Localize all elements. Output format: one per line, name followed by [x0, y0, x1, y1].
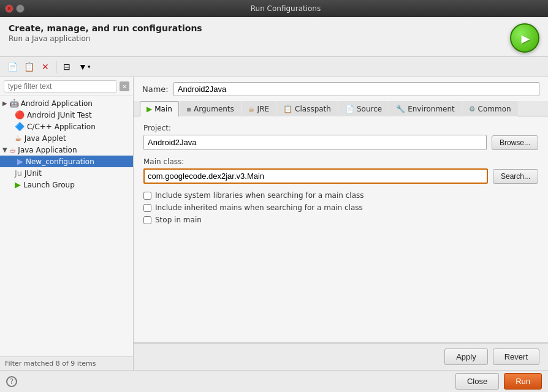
- help-bar: ? Close Run: [0, 370, 548, 392]
- bottom-bar: Apply Revert: [134, 343, 548, 370]
- sidebar-item-java-applet[interactable]: ☕ Java Applet: [0, 132, 133, 144]
- duplicate-icon: 📋: [24, 62, 34, 72]
- sidebar-item-cpp-app[interactable]: 🔷 C/C++ Application: [0, 121, 133, 132]
- filter-button[interactable]: ▼ ▾: [76, 60, 93, 74]
- close-window-button[interactable]: ✕: [5, 4, 13, 13]
- help-button[interactable]: ?: [6, 376, 17, 387]
- sidebar-item-launch-group[interactable]: ▶ Launch Group: [0, 179, 133, 190]
- jre-tab-icon: ☕: [248, 105, 255, 113]
- sidebar-item-android-junit[interactable]: 🔴 Android JUnit Test: [0, 109, 133, 121]
- sidebar-label-android-app: Android Application: [21, 99, 93, 108]
- delete-icon: ✕: [42, 62, 49, 72]
- checkbox-row-2: Include inherited mains when searching f…: [143, 203, 538, 212]
- project-group: Project: Browse...: [143, 124, 538, 150]
- environment-tab-icon: 🔧: [396, 105, 405, 113]
- tab-arguments-label: Arguments: [194, 105, 234, 113]
- header-subtitle: Run a Java application: [9, 34, 202, 43]
- checkbox-row-3: Stop in main: [143, 216, 538, 224]
- launch-icon: ▶: [15, 180, 21, 189]
- tab-source-label: Source: [357, 105, 382, 113]
- sidebar-footer: Filter matched 8 of 9 items: [0, 356, 133, 370]
- delete-config-button[interactable]: ✕: [38, 59, 53, 74]
- mainclass-input[interactable]: [143, 168, 488, 184]
- new-config-button[interactable]: 📄: [5, 59, 20, 74]
- header-title: Create, manage, and run configurations: [9, 23, 202, 33]
- collapse-icon: ⊟: [63, 62, 70, 72]
- arguments-tab-icon: ▪: [186, 105, 191, 113]
- header-left: Create, manage, and run configurations R…: [9, 23, 202, 43]
- config-icon: ▶: [17, 157, 23, 166]
- tab-main-label: Main: [154, 105, 172, 113]
- tab-main[interactable]: ▶ Main: [140, 101, 179, 116]
- stop-in-main-label: Stop in main: [155, 216, 202, 224]
- sidebar-label-cpp-app: C/C++ Application: [27, 123, 96, 131]
- common-tab-icon: ⚙: [469, 105, 476, 113]
- tab-common[interactable]: ⚙ Common: [462, 101, 518, 116]
- name-input[interactable]: [173, 82, 539, 96]
- sidebar-item-java-app[interactable]: ▼ ☕ Java Application: [0, 144, 133, 156]
- sidebar-label-java-app: Java Application: [18, 146, 77, 154]
- tab-jre[interactable]: ☕ JRE: [242, 101, 276, 116]
- java-icon: ☕: [9, 145, 17, 154]
- include-system-libs-checkbox[interactable]: [143, 192, 151, 200]
- project-input[interactable]: [143, 135, 487, 150]
- sidebar-label-new-configuration: New_configuration: [26, 157, 94, 166]
- header: Create, manage, and run configurations R…: [0, 17, 548, 56]
- filter-box: ✕: [0, 77, 133, 96]
- revert-button[interactable]: Revert: [493, 349, 539, 365]
- applet-icon: ☕: [15, 134, 22, 143]
- config-tree: ▶ 🤖 Android Application 🔴 Android JUnit …: [0, 96, 133, 356]
- apply-button[interactable]: Apply: [444, 349, 488, 365]
- sidebar-item-new-configuration[interactable]: ▶ New_configuration: [0, 156, 133, 167]
- right-panel: Name: ▶ Main ▪ Arguments ☕ JRE 📋: [134, 77, 548, 370]
- mainclass-group: Main class: Search...: [143, 157, 538, 184]
- sidebar-item-junit[interactable]: Ju JUnit: [0, 167, 133, 179]
- tab-arguments[interactable]: ▪ Arguments: [180, 101, 241, 116]
- checkbox-row-1: Include system libraries when searching …: [143, 191, 538, 200]
- minimize-window-button[interactable]: –: [16, 4, 25, 13]
- tab-jre-label: JRE: [257, 105, 269, 113]
- tab-classpath[interactable]: 📋 Classpath: [276, 101, 338, 116]
- mainclass-search-button[interactable]: Search...: [493, 169, 538, 184]
- sidebar: ✕ ▶ 🤖 Android Application 🔴 Android JUni…: [0, 77, 134, 370]
- junit-icon: 🔴: [15, 110, 25, 119]
- tab-bar: ▶ Main ▪ Arguments ☕ JRE 📋 Classpath 📄: [134, 101, 548, 116]
- duplicate-config-button[interactable]: 📋: [21, 59, 36, 74]
- sidebar-label-android-junit: Android JUnit Test: [27, 111, 92, 119]
- mainclass-row: Search...: [143, 168, 538, 184]
- expand-java-icon: ▼: [2, 146, 7, 153]
- source-tab-icon: 📄: [345, 105, 354, 113]
- content-area: ✕ ▶ 🤖 Android Application 🔴 Android JUni…: [0, 77, 548, 370]
- mainclass-label: Main class:: [143, 157, 538, 166]
- expand-android-icon: ▶: [2, 100, 7, 107]
- name-row: Name:: [134, 77, 548, 101]
- tab-classpath-label: Classpath: [295, 105, 331, 113]
- filter-icon: ▼: [78, 62, 87, 72]
- toolbar-separator-1: [56, 61, 56, 73]
- project-browse-button[interactable]: Browse...: [492, 135, 538, 150]
- collapse-all-button[interactable]: ⊟: [59, 59, 74, 74]
- window-controls: ✕ –: [5, 4, 25, 13]
- run-button[interactable]: Run: [504, 373, 542, 390]
- include-system-libs-label: Include system libraries when searching …: [155, 191, 364, 200]
- stop-in-main-checkbox[interactable]: [143, 216, 151, 224]
- include-inherited-mains-label: Include inherited mains when searching f…: [155, 203, 363, 212]
- main-window: Create, manage, and run configurations R…: [0, 17, 548, 392]
- cpp-icon: 🔷: [15, 122, 25, 131]
- tab-environment[interactable]: 🔧 Environment: [389, 101, 462, 116]
- project-row: Browse...: [143, 135, 538, 150]
- tab-common-label: Common: [478, 105, 511, 113]
- tab-environment-label: Environment: [408, 105, 455, 113]
- close-button[interactable]: Close: [455, 373, 499, 390]
- sidebar-item-android-app[interactable]: ▶ 🤖 Android Application: [0, 97, 133, 109]
- tab-source[interactable]: 📄 Source: [338, 101, 389, 116]
- filter-input[interactable]: [4, 80, 117, 92]
- sidebar-label-java-applet: Java Applet: [25, 134, 66, 143]
- filter-clear-button[interactable]: ✕: [120, 81, 129, 91]
- toolbar: 📄 📋 ✕ ⊟ ▼ ▾: [0, 56, 548, 77]
- project-label: Project:: [143, 124, 538, 132]
- main-tab-icon: ▶: [147, 105, 152, 113]
- new-icon: 📄: [7, 62, 18, 72]
- run-circle-button[interactable]: [510, 23, 539, 53]
- include-inherited-mains-checkbox[interactable]: [143, 204, 151, 212]
